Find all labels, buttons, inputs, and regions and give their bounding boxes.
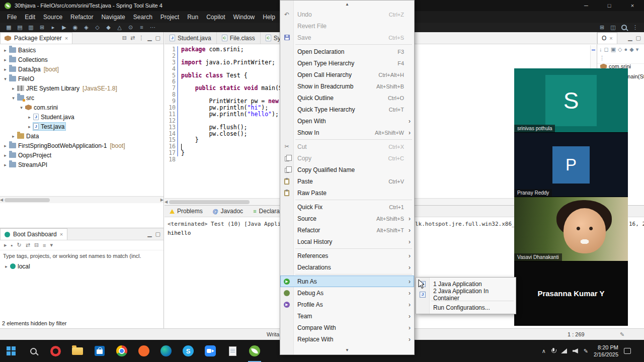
menubar-item-search[interactable]: Search [129,12,156,22]
context-menu-item-team[interactable]: Team› [280,310,414,322]
pen-icon[interactable]: ✎ [584,348,588,354]
participant-tile-srinivas-pothula[interactable]: Ssrinivas pothula [514,68,628,133]
tree-item-test-java[interactable]: ▸JTest.java [0,122,164,131]
view-menu-icon[interactable]: ⋮ [138,35,144,41]
run-as-item-2-java-application-in-container[interactable]: J2 Java Application In Container [416,289,516,300]
toolbar-save-icon[interactable]: ▤ [15,23,25,32]
tree-item-fileio[interactable]: ▾FileIO [0,74,164,83]
network-icon[interactable] [561,348,567,353]
context-menu-item-debug-as[interactable]: Debug As› [280,287,414,299]
minimize-view-icon[interactable]: ▁ [628,35,632,41]
scroll-left-icon[interactable]: ◀ [165,200,168,204]
taskbar-search-icon[interactable] [22,340,44,362]
line-number-ruler[interactable]: 123456789101112131415161718 [165,46,176,163]
toolbar-open-perspective-icon[interactable]: ⊞ [597,23,607,32]
outline-toolbar-icon-3[interactable]: ▣ [611,46,616,53]
participant-tile-pranay-reddy[interactable]: PPranay Reddy [514,133,628,197]
outline-toolbar-icon-8[interactable]: ⋮ [599,55,605,61]
tree-item-basics[interactable]: ▸Basics [0,45,164,55]
boot-toolbar-icon-2[interactable]: ▪ [11,242,13,248]
toolbar-new-class-icon[interactable]: ◇ [93,23,102,32]
tree-item-collections[interactable]: ▸Collections [0,55,164,64]
collapsed-arrow-icon[interactable]: ▸ [3,264,10,269]
menubar-item-file[interactable]: File [3,12,21,22]
tab-outline[interactable]: O × [597,32,617,44]
action-center-icon[interactable] [624,348,631,354]
context-menu-item-show-in[interactable]: Show InAlt+Shift+W› [280,127,414,138]
toolbar-search-icon[interactable] [621,25,627,30]
toolbar-debug-icon[interactable]: ▸ [48,23,58,32]
collapsed-arrow-icon[interactable]: ▸ [2,57,9,62]
participant-tile-vasavi-dhanakanti[interactable]: Vasavi Dhanakanti [514,197,628,261]
collapsed-arrow-icon[interactable]: ▸ [2,153,9,158]
minimize-view-icon[interactable]: ▁ [147,231,151,237]
toolbar-java-perspective-icon[interactable]: ◫ [608,23,618,32]
taskbar-zoom-icon[interactable] [199,340,221,362]
menu-scroll-down-icon[interactable]: ▼ [280,347,414,354]
collapsed-arrow-icon[interactable]: ▸ [2,162,9,167]
console-tab-javadoc[interactable]: @Javadoc [208,206,248,217]
collapsed-arrow-icon[interactable]: ▸ [26,115,33,120]
editor-tab-student-java[interactable]: JStudent.java [165,32,217,44]
hidden-icons-chevron-icon[interactable]: ∧ [542,348,546,354]
context-menu-item-quick-type-hierarchy[interactable]: Quick Type HierarchyCtrl+T [280,104,414,115]
menubar-item-copilot[interactable]: Copilot [202,12,229,22]
scroll-left-icon[interactable]: ◀ [0,198,3,202]
tree-item-src[interactable]: ▾src [0,93,164,103]
boot-toolbar-icon-6[interactable]: ≡ [43,242,46,248]
participant-tile-prasanna-kumar-y[interactable]: Prasanna Kumar Y [514,261,628,326]
menubar-item-help[interactable]: Help [259,12,279,22]
toolbar-more-icon[interactable]: ⋯ [148,23,157,32]
menu-scroll-up-icon[interactable]: ▲ [280,1,414,8]
tree-item-com-srini[interactable]: ▾com.srini [0,103,164,112]
outline-toolbar-icon-5[interactable]: ● [624,46,628,53]
taskbar-spring-tool-suite-icon[interactable] [244,340,266,362]
collapse-all-icon[interactable]: ⊟ [122,35,127,41]
minimize-icon[interactable]: ▁ [147,35,151,41]
context-menu-item-replace-with[interactable]: Replace With› [280,333,414,345]
tree-item-datajpa[interactable]: ▸DataJpa[boot] [0,64,164,74]
volume-icon[interactable] [573,348,578,353]
outline-toolbar-icon-1[interactable]: ↓ [599,46,602,53]
boot-toolbar-icon-7[interactable]: ▾ [50,242,53,248]
menubar-item-edit[interactable]: Edit [21,12,39,22]
taskbar-notepad-icon[interactable] [221,340,244,362]
microphone-icon[interactable] [551,348,555,354]
maximize-button[interactable]: □ [598,0,621,11]
toolbar-annotations-icon[interactable]: ≡ [137,23,146,32]
collapsed-arrow-icon[interactable]: ▸ [2,48,9,53]
tree-item-firstspringbootwebapplication-1[interactable]: ▸FirstSpringBootWebApplication-1[boot] [0,141,164,150]
toolbar-open-type-icon[interactable]: △ [115,23,124,32]
collapsed-arrow-icon[interactable]: ▸ [10,86,17,91]
context-menu-item-source[interactable]: SourceAlt+Shift+S› [280,213,414,224]
close-icon[interactable]: × [65,35,68,41]
tree-item-data[interactable]: ▸Data [0,131,164,141]
outline-toolbar-icon-6[interactable]: ◆ [629,46,633,53]
collapsed-arrow-icon[interactable]: ▸ [10,134,17,139]
menubar-item-run[interactable]: Run [183,12,202,22]
boot-toolbar-icon-3[interactable]: ↻ [17,242,21,248]
maximize-icon[interactable]: ▢ [155,35,160,41]
scroll-right-icon[interactable]: ▶ [160,198,164,202]
tree-item-streamapi[interactable]: ▸StreamAPI [0,160,164,169]
menubar-item-project[interactable]: Project [156,12,183,22]
clock[interactable]: 8:20 PM 2/16/2025 [594,344,618,358]
close-button[interactable]: × [621,0,644,11]
taskbar-chrome-icon[interactable] [111,340,133,362]
taskbar-edge-icon[interactable] [155,340,177,362]
taskbar-store-icon[interactable] [89,340,111,362]
context-menu-item-compare-with[interactable]: Compare With› [280,322,414,333]
context-menu-item-profile-as[interactable]: ▶Profile As› [280,299,414,310]
context-menu-item-quick-outline[interactable]: Quick OutlineCtrl+O [280,92,414,104]
horizontal-scrollbar[interactable]: ◀ ▶ [0,196,164,203]
editor-tab-file-class[interactable]: CFile.class [217,32,261,44]
tree-item-oopsproject[interactable]: ▸OopsProject [0,150,164,160]
toolbar-coverage-icon[interactable]: ◈ [82,23,91,32]
toolbar-views-icon[interactable]: ⋮ [630,23,640,32]
context-menu-item-show-in-breadcrumb[interactable]: Show in BreadcrumbAlt+Shift+B [280,80,414,92]
toolbar-new-package-icon[interactable]: ◆ [104,23,113,32]
collapsed-arrow-icon[interactable]: ▸ [2,67,9,72]
scrollbar-thumb[interactable] [169,200,250,204]
boot-toolbar-icon-4[interactable]: ⇄ [26,242,30,248]
taskbar-start-icon[interactable] [0,340,22,362]
